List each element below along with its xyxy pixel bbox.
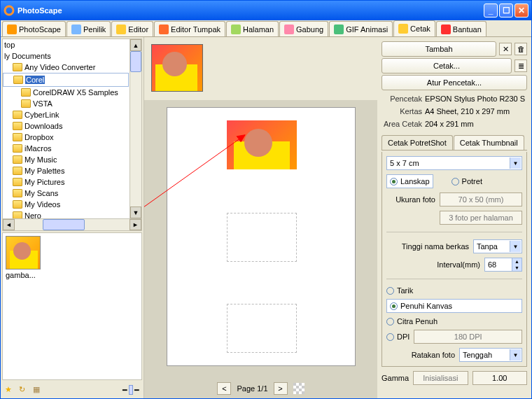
scroll-down-icon[interactable]: ▼	[130, 206, 141, 218]
tab-cetak[interactable]: Cetak	[393, 20, 435, 36]
penuhi-radio[interactable]: Penuhi Kanvas	[386, 299, 522, 313]
cards-icon[interactable]: ▦	[33, 385, 43, 395]
tab-halaman[interactable]: Halaman	[226, 21, 279, 36]
citra-radio[interactable]: Citra Penuh	[386, 317, 522, 326]
tree-item-label: Downloads	[24, 122, 62, 130]
tab-icon	[231, 24, 241, 34]
chevron-down-icon: ▼	[510, 349, 521, 360]
tab-penilik[interactable]: Penilik	[66, 21, 111, 36]
ukuran-value: 70 x 50 (mm)	[440, 192, 522, 206]
transparency-icon[interactable]	[293, 383, 304, 394]
tree-item[interactable]: Any Video Converter	[3, 62, 129, 73]
tree-item[interactable]: My Music	[3, 154, 129, 165]
interval-spinner[interactable]: 68▲▼	[484, 258, 522, 272]
folder-icon	[13, 63, 22, 71]
tree-item[interactable]: Corel	[3, 73, 129, 87]
dpi-radio[interactable]: DPI	[386, 332, 410, 341]
scroll-thumb[interactable]	[130, 51, 141, 72]
left-toolbar: ★ ↻ ▦ ━━	[1, 382, 144, 398]
tab-gabung[interactable]: Gabung	[279, 21, 328, 36]
tambah-button[interactable]: Tambah	[382, 41, 496, 57]
chevron-down-icon[interactable]: ▼	[512, 265, 522, 271]
tree-item-label: My Videos	[24, 200, 60, 209]
scroll-left-icon[interactable]: ◄	[3, 219, 15, 230]
tab-label: Editor Tumpak	[171, 25, 220, 34]
tree-item[interactable]: top	[3, 39, 129, 50]
scroll-up-icon[interactable]: ▲	[130, 39, 141, 51]
ratakan-select[interactable]: Tenggah▼	[459, 348, 522, 362]
tab-editor-tumpak[interactable]: Editor Tumpak	[154, 21, 225, 36]
app-icon	[4, 5, 15, 16]
folder-icon	[13, 76, 23, 84]
print-preview	[144, 100, 377, 379]
list-icon[interactable]: ≣	[514, 59, 527, 72]
page-next-button[interactable]: >	[274, 382, 288, 395]
potret-radio[interactable]: Potret	[451, 177, 482, 186]
photo-slot-2[interactable]	[227, 213, 297, 262]
tab-potretshot[interactable]: Cetak PotretShot	[382, 135, 453, 150]
tab-gif-animasi[interactable]: GIF Animasi	[329, 21, 393, 36]
tab-photoscape[interactable]: PhotoScape	[2, 21, 66, 36]
tree-item[interactable]: My Pictures	[3, 176, 129, 188]
folder-tree[interactable]: toply DocumentsAny Video ConverterCorelC…	[2, 38, 142, 231]
window-title: PhotoScape	[18, 6, 62, 15]
clear-icon[interactable]: ✕	[499, 43, 512, 55]
thumbnail-image[interactable]	[6, 236, 41, 270]
tree-item[interactable]: CorelDRAW X5 Samples	[3, 87, 129, 98]
tab-thumbnail[interactable]: Cetak Thumbnail	[454, 135, 524, 150]
titlebar[interactable]: PhotoScape _ ☐ ✕	[1, 1, 531, 20]
thumbnail-label: gamba...	[6, 271, 139, 279]
size-select[interactable]: 5 x 7 cm▼	[386, 156, 522, 170]
ukuran-label: Ukuran foto	[386, 195, 435, 204]
folder-icon	[13, 178, 22, 186]
refresh-icon[interactable]: ↻	[19, 385, 29, 395]
tree-item[interactable]: ly Documents	[3, 50, 129, 62]
zoom-slider[interactable]: ━━	[122, 385, 139, 395]
tree-item-label: Any Video Converter	[24, 63, 95, 71]
tree-item[interactable]: My Palettes	[3, 165, 129, 176]
cetak-button[interactable]: Cetak...	[382, 58, 512, 74]
tab-bantuan[interactable]: Bantuan	[436, 21, 486, 36]
folder-icon	[13, 200, 22, 209]
kertas-value: A4 Sheet, 210 x 297 mm	[425, 107, 527, 115]
minimize-button[interactable]: _	[484, 4, 498, 18]
lanskap-radio[interactable]: Lanskap	[386, 174, 433, 188]
tree-item[interactable]: My Videos	[3, 199, 129, 210]
chevron-up-icon[interactable]: ▲	[512, 258, 522, 265]
tinggi-select[interactable]: Tanpa▼	[473, 239, 522, 253]
page-preview	[167, 107, 356, 366]
print-options-panel: 5 x 7 cm▼ Lanskap Potret Ukuran foto70 x…	[382, 152, 527, 367]
tree-vscroll[interactable]: ▲ ▼	[130, 39, 141, 218]
tree-item[interactable]: My Scans	[3, 188, 129, 199]
tab-editor[interactable]: Editor	[111, 21, 153, 36]
photo-slot-1[interactable]	[227, 120, 297, 169]
page-prev-button[interactable]: <	[217, 382, 231, 395]
scroll-right-icon[interactable]: ►	[130, 219, 141, 230]
queue-thumbnail[interactable]	[151, 44, 203, 92]
photo-slot-3[interactable]	[227, 304, 297, 353]
hscroll-thumb[interactable]	[43, 219, 85, 230]
gamma-label: Gamma	[382, 374, 409, 382]
inisialisasi-button[interactable]: Inisialisasi	[413, 371, 468, 385]
dpi-value: 180 DPI	[414, 330, 522, 344]
tree-item[interactable]: Downloads	[3, 120, 129, 132]
star-icon[interactable]: ★	[5, 385, 15, 395]
atur-pencetak-button[interactable]: Atur Pencetak...	[382, 75, 527, 90]
pencetak-value: EPSON Stylus Photo R230 S	[425, 94, 527, 103]
tree-item-label: My Scans	[24, 189, 58, 197]
tree-item-label: My Pictures	[24, 178, 64, 186]
tab-label: Gabung	[296, 25, 323, 34]
area-label: Area Cetak	[382, 120, 422, 128]
tab-label: Editor	[128, 25, 148, 34]
tree-hscroll[interactable]: ◄ ►	[3, 218, 141, 230]
tarik-radio[interactable]: Tarik	[386, 286, 522, 295]
tree-item[interactable]: Dropbox	[3, 132, 129, 143]
close-button[interactable]: ✕	[514, 4, 528, 18]
pager: < Page 1/1 >	[144, 379, 377, 398]
tree-item[interactable]: VSTA	[3, 98, 129, 109]
trash-icon[interactable]: 🗑	[514, 43, 527, 55]
tree-item[interactable]: iMacros	[3, 143, 129, 154]
maximize-button[interactable]: ☐	[499, 4, 513, 18]
tree-item-label: top	[4, 41, 15, 49]
tree-item[interactable]: CyberLink	[3, 109, 129, 120]
